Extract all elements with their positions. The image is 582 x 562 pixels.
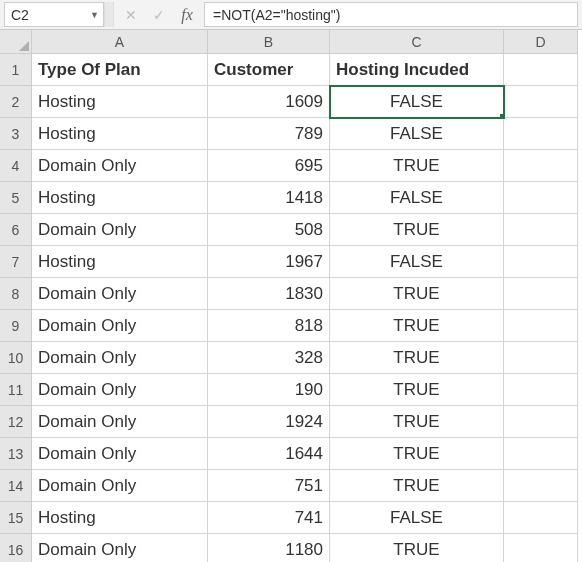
fx-icon[interactable]: fx	[180, 6, 194, 24]
cell-C14[interactable]: TRUE	[330, 470, 504, 502]
row-header-10[interactable]: 10	[0, 342, 32, 374]
cell-B10[interactable]: 328	[208, 342, 330, 374]
cell-D14[interactable]	[504, 470, 578, 502]
col-header-A[interactable]: A	[32, 30, 208, 54]
cell-D7[interactable]	[504, 246, 578, 278]
cell-B13[interactable]: 1644	[208, 438, 330, 470]
cell-A10[interactable]: Domain Only	[32, 342, 208, 374]
cell-A9[interactable]: Domain Only	[32, 310, 208, 342]
row-header-14[interactable]: 14	[0, 470, 32, 502]
cell-D15[interactable]	[504, 502, 578, 534]
cell-B3[interactable]: 789	[208, 118, 330, 150]
cell-B7[interactable]: 1967	[208, 246, 330, 278]
row-header-5[interactable]: 5	[0, 182, 32, 214]
row-header-13[interactable]: 13	[0, 438, 32, 470]
row-header-2[interactable]: 2	[0, 86, 32, 118]
col-header-C[interactable]: C	[330, 30, 504, 54]
cell-C13[interactable]: TRUE	[330, 438, 504, 470]
cell-A8[interactable]: Domain Only	[32, 278, 208, 310]
name-box[interactable]: C2 ▼	[4, 2, 104, 27]
cell-B12[interactable]: 1924	[208, 406, 330, 438]
cell-A5[interactable]: Hosting	[32, 182, 208, 214]
cell-B8[interactable]: 1830	[208, 278, 330, 310]
cell-B6[interactable]: 508	[208, 214, 330, 246]
cell-C5[interactable]: FALSE	[330, 182, 504, 214]
cell-A6[interactable]: Domain Only	[32, 214, 208, 246]
cell-C7[interactable]: FALSE	[330, 246, 504, 278]
cell-D3[interactable]	[504, 118, 578, 150]
row-header-3[interactable]: 3	[0, 118, 32, 150]
formula-bar-icons: ✕ ✓ fx	[114, 0, 204, 29]
cell-C6[interactable]: TRUE	[330, 214, 504, 246]
cell-B9[interactable]: 818	[208, 310, 330, 342]
cancel-icon: ✕	[124, 7, 138, 23]
spreadsheet-grid[interactable]: ABCD1Type Of PlanCustomerHosting Incuded…	[0, 30, 582, 562]
row-header-6[interactable]: 6	[0, 214, 32, 246]
cell-C3[interactable]: FALSE	[330, 118, 504, 150]
cell-A16[interactable]: Domain Only	[32, 534, 208, 562]
cell-C16[interactable]: TRUE	[330, 534, 504, 562]
cell-A3[interactable]: Hosting	[32, 118, 208, 150]
cell-A13[interactable]: Domain Only	[32, 438, 208, 470]
cell-D9[interactable]	[504, 310, 578, 342]
cell-B2[interactable]: 1609	[208, 86, 330, 118]
cell-A4[interactable]: Domain Only	[32, 150, 208, 182]
cell-B5[interactable]: 1418	[208, 182, 330, 214]
cell-B4[interactable]: 695	[208, 150, 330, 182]
select-all-corner[interactable]	[0, 30, 32, 54]
enter-icon: ✓	[152, 7, 166, 23]
cell-D5[interactable]	[504, 182, 578, 214]
formula-text: =NOT(A2="hosting")	[213, 7, 340, 23]
cell-C4[interactable]: TRUE	[330, 150, 504, 182]
cell-C9[interactable]: TRUE	[330, 310, 504, 342]
row-header-16[interactable]: 16	[0, 534, 32, 562]
chevron-down-icon[interactable]: ▼	[90, 10, 99, 20]
cell-D2[interactable]	[504, 86, 578, 118]
cell-B1[interactable]: Customer	[208, 54, 330, 86]
cell-D1[interactable]	[504, 54, 578, 86]
cell-A14[interactable]: Domain Only	[32, 470, 208, 502]
cell-C1[interactable]: Hosting Incuded	[330, 54, 504, 86]
cell-A7[interactable]: Hosting	[32, 246, 208, 278]
cell-D4[interactable]	[504, 150, 578, 182]
row-header-7[interactable]: 7	[0, 246, 32, 278]
row-header-12[interactable]: 12	[0, 406, 32, 438]
formula-input[interactable]: =NOT(A2="hosting")	[204, 2, 578, 27]
row-header-1[interactable]: 1	[0, 54, 32, 86]
cell-D13[interactable]	[504, 438, 578, 470]
cell-C8[interactable]: TRUE	[330, 278, 504, 310]
row-header-9[interactable]: 9	[0, 310, 32, 342]
cell-B15[interactable]: 741	[208, 502, 330, 534]
formula-bar: C2 ▼ ✕ ✓ fx =NOT(A2="hosting")	[0, 0, 582, 30]
row-header-4[interactable]: 4	[0, 150, 32, 182]
cell-C15[interactable]: FALSE	[330, 502, 504, 534]
cell-A15[interactable]: Hosting	[32, 502, 208, 534]
col-header-D[interactable]: D	[504, 30, 578, 54]
cell-D10[interactable]	[504, 342, 578, 374]
cell-D16[interactable]	[504, 534, 578, 562]
cell-D8[interactable]	[504, 278, 578, 310]
cell-A12[interactable]: Domain Only	[32, 406, 208, 438]
col-header-B[interactable]: B	[208, 30, 330, 54]
cell-C2[interactable]: FALSE	[330, 86, 504, 118]
row-header-8[interactable]: 8	[0, 278, 32, 310]
cell-B14[interactable]: 751	[208, 470, 330, 502]
name-box-value: C2	[11, 7, 29, 23]
cell-C12[interactable]: TRUE	[330, 406, 504, 438]
cell-A1[interactable]: Type Of Plan	[32, 54, 208, 86]
cell-D12[interactable]	[504, 406, 578, 438]
cell-B16[interactable]: 1180	[208, 534, 330, 562]
cell-B11[interactable]: 190	[208, 374, 330, 406]
cell-C11[interactable]: TRUE	[330, 374, 504, 406]
cell-A11[interactable]: Domain Only	[32, 374, 208, 406]
cell-D6[interactable]	[504, 214, 578, 246]
row-header-15[interactable]: 15	[0, 502, 32, 534]
cell-C10[interactable]: TRUE	[330, 342, 504, 374]
separator	[104, 2, 114, 27]
row-header-11[interactable]: 11	[0, 374, 32, 406]
cell-A2[interactable]: Hosting	[32, 86, 208, 118]
cell-D11[interactable]	[504, 374, 578, 406]
